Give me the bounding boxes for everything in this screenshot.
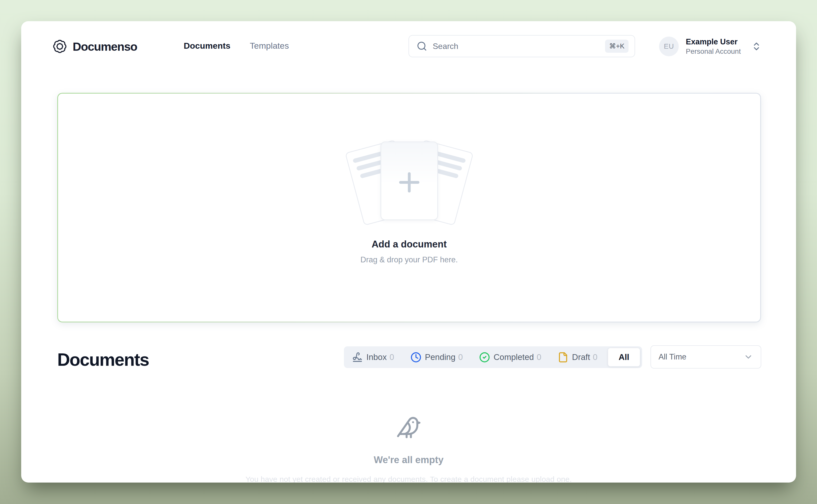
tab-all[interactable]: All: [608, 348, 640, 367]
empty-state: We're all empty You have not yet created…: [21, 415, 796, 483]
pending-count: 0: [458, 352, 463, 362]
draft-count: 0: [593, 352, 597, 362]
app-window: Documenso Documents Templates Search ⌘+K…: [21, 21, 796, 483]
tab-pending[interactable]: Pending 0: [404, 348, 469, 367]
document-stack-illustration: [351, 141, 467, 221]
logo-text: Documenso: [73, 40, 137, 53]
user-name: Example User: [686, 38, 741, 46]
clock-icon: [411, 352, 421, 363]
logo[interactable]: Documenso: [52, 36, 137, 57]
empty-state-title: We're all empty: [21, 455, 796, 465]
dropzone-title: Add a document: [372, 239, 447, 250]
bird-icon: [396, 415, 422, 440]
avatar: EU: [659, 37, 679, 56]
account-type: Personal Account: [686, 48, 741, 55]
circle-check-icon: [479, 352, 490, 363]
file-icon: [558, 352, 568, 363]
status-filter-tabs: Inbox 0 Pending 0 Completed 0: [344, 346, 642, 368]
dropzone-subtitle: Drag & drop your PDF here.: [361, 255, 458, 264]
search-placeholder: Search: [433, 42, 605, 51]
chevron-down-icon: [744, 352, 753, 362]
search-input[interactable]: Search ⌘+K: [409, 35, 635, 57]
inbox-count: 0: [390, 352, 394, 362]
documenso-logo-icon: [52, 39, 67, 54]
period-filter-value: All Time: [659, 352, 744, 361]
search-icon: [417, 41, 427, 51]
empty-state-description: You have not yet created or received any…: [21, 475, 796, 483]
upload-dropzone[interactable]: Add a document Drag & drop your PDF here…: [57, 93, 761, 322]
period-filter-select[interactable]: All Time: [650, 345, 761, 369]
chevrons-up-down-icon: [751, 41, 761, 51]
signature-icon: [352, 352, 363, 363]
completed-count: 0: [537, 352, 541, 362]
plus-icon: [399, 172, 419, 192]
search-shortcut-badge: ⌘+K: [605, 40, 629, 53]
user-menu[interactable]: EU Example User Personal Account: [659, 36, 761, 57]
nav-documents[interactable]: Documents: [184, 41, 230, 51]
tab-inbox[interactable]: Inbox 0: [346, 348, 400, 367]
nav-templates[interactable]: Templates: [250, 41, 289, 51]
tab-completed[interactable]: Completed 0: [473, 348, 547, 367]
tab-draft[interactable]: Draft 0: [552, 348, 604, 367]
document-card-center: [380, 142, 438, 220]
page-title: Documents: [57, 350, 149, 370]
